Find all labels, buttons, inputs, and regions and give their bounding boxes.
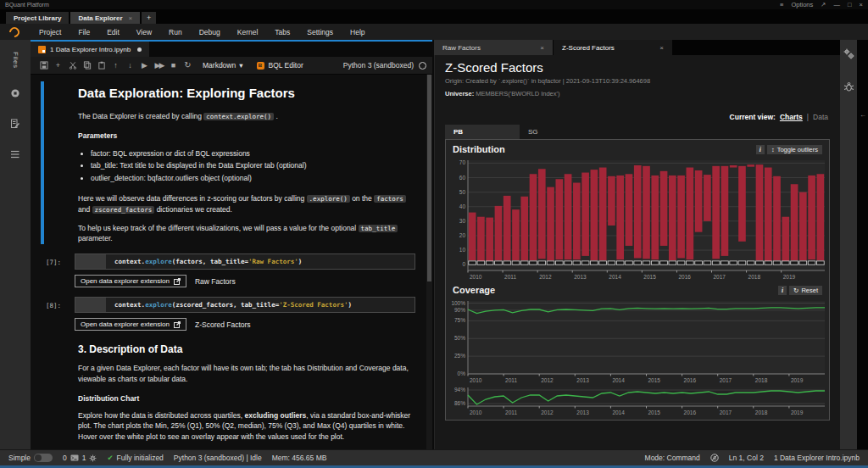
distribution-chart[interactable]: 0102030405060702010201120122013201420152… bbox=[446, 157, 829, 281]
move-cell-down-icon[interactable]: ↓ bbox=[123, 62, 137, 70]
paragraph: To help us keep track of the different v… bbox=[78, 223, 415, 245]
reset-button[interactable]: ↻Reset bbox=[789, 286, 822, 295]
code-editor[interactable]: context.explore(zscored_factors, tab_tit… bbox=[75, 297, 415, 313]
markdown-cell[interactable]: Data Exploration: Exploring Factors The … bbox=[41, 81, 415, 244]
save-icon[interactable] bbox=[36, 61, 51, 70]
svg-text:2012: 2012 bbox=[541, 410, 554, 415]
factor-tab-pb[interactable]: PB bbox=[445, 125, 520, 139]
running-sessions-icon[interactable] bbox=[10, 88, 20, 98]
tab-project-library[interactable]: Project Library bbox=[6, 12, 69, 24]
code-cell-7[interactable]: [7]: context.explore(factors, tab_title=… bbox=[41, 254, 415, 270]
menu-kernel[interactable]: Kernel bbox=[229, 28, 267, 36]
svg-text:60: 60 bbox=[459, 175, 466, 181]
bql-editor-button[interactable]: B BQL Editor bbox=[257, 61, 303, 70]
property-inspector-icon[interactable] bbox=[10, 119, 20, 129]
bql-icon: B bbox=[257, 62, 264, 70]
cut-cell-icon[interactable] bbox=[65, 61, 80, 70]
memory-usage: Mem: 456.65 MB bbox=[272, 454, 327, 462]
execution-count: [8]: bbox=[46, 302, 61, 309]
menu-project[interactable]: Project bbox=[31, 28, 70, 36]
minimize-icon[interactable]: — bbox=[834, 1, 841, 8]
bquant-logo-icon bbox=[8, 25, 22, 39]
editor-mode[interactable]: Mode: Command bbox=[645, 454, 700, 462]
list-item: outlier_detection: bqfactor.outliers obj… bbox=[91, 172, 415, 184]
markdown-cell[interactable]: 3. Description of Data For a given Data … bbox=[41, 343, 415, 443]
coverage-header: Coverage i ↻Reset bbox=[446, 281, 829, 298]
menu-debug[interactable]: Debug bbox=[191, 28, 229, 36]
cell-gutter bbox=[75, 254, 106, 269]
view-separator: | bbox=[807, 113, 809, 121]
interrupt-kernel-icon[interactable]: ■ bbox=[166, 62, 181, 70]
tab-notebook-file[interactable]: 1 Data Explorer Intro.ipynb bbox=[31, 42, 149, 57]
svg-text:2011: 2011 bbox=[505, 377, 517, 383]
info-button[interactable]: i bbox=[756, 145, 765, 154]
menu-help[interactable]: Help bbox=[342, 28, 373, 36]
init-status[interactable]: ✔ Fully initialized bbox=[107, 454, 163, 462]
status-bar: Simple 0 1 ✔ Fully initialized Python 3 … bbox=[0, 449, 868, 465]
menu-view[interactable]: View bbox=[128, 28, 160, 36]
close-tab-icon[interactable]: × bbox=[129, 14, 133, 22]
restart-kernel-icon[interactable]: ↻ bbox=[181, 61, 195, 70]
tab-raw-factors[interactable]: Raw Factors × bbox=[434, 40, 553, 55]
svg-text:2012: 2012 bbox=[541, 377, 554, 383]
cell-type-dropdown[interactable]: Markdown ▾ bbox=[203, 61, 243, 70]
coverage-chart[interactable]: 100%90%75%50%25%0%2010201120122013201420… bbox=[446, 298, 829, 384]
close-icon[interactable]: × bbox=[860, 1, 863, 8]
debugger-bug-icon[interactable] bbox=[843, 81, 854, 92]
svg-text:86%: 86% bbox=[454, 400, 465, 406]
app-tab-bar: Project Library Data Explorer × + bbox=[0, 9, 868, 24]
toggle-outliers-button[interactable]: ↕Toggle outliers bbox=[767, 145, 822, 154]
up-down-arrow-icon: ↕ bbox=[771, 146, 775, 153]
simple-mode-toggle[interactable]: Simple bbox=[8, 454, 53, 462]
terminals-count[interactable]: 0 1 bbox=[63, 454, 97, 462]
table-of-contents-icon[interactable] bbox=[10, 149, 20, 159]
sidebar-tab-files[interactable]: Files bbox=[12, 52, 19, 68]
inline-code: context.explore() bbox=[203, 113, 274, 120]
bell-off-icon[interactable] bbox=[710, 454, 719, 462]
kernel-status-item[interactable]: Python 3 (sandboxed) | Idle bbox=[174, 454, 262, 462]
code-cell-8[interactable]: [8]: context.explore(zscored_factors, ta… bbox=[41, 297, 415, 313]
notebook-scrollbar[interactable] bbox=[426, 75, 432, 449]
unsaved-indicator[interactable] bbox=[137, 47, 142, 52]
run-all-icon[interactable]: ▶▶ bbox=[152, 62, 166, 70]
menu-run[interactable]: Run bbox=[160, 28, 191, 36]
info-button[interactable]: i bbox=[778, 286, 787, 295]
view-data-link[interactable]: Data bbox=[813, 113, 828, 121]
output-label: Raw Factors bbox=[195, 277, 236, 286]
notebook-panel: 1 Data Explorer Intro.ipynb + ↑ bbox=[31, 40, 432, 449]
menu-edit[interactable]: Edit bbox=[98, 28, 128, 36]
active-file-name[interactable]: 1 Data Explorer Intro.ipynb bbox=[774, 454, 860, 462]
open-data-explorer-button[interactable]: Open data explorer extension bbox=[75, 318, 186, 331]
tab-label: Z-Scored Factors bbox=[562, 44, 615, 52]
cursor-position[interactable]: Ln 1, Col 2 bbox=[729, 454, 764, 462]
factor-tab-sg[interactable]: SG bbox=[520, 125, 594, 139]
maximize-icon[interactable]: □ bbox=[848, 1, 852, 8]
add-cell-icon[interactable]: + bbox=[51, 62, 65, 70]
tab-z-scored-factors[interactable]: Z-Scored Factors × bbox=[554, 40, 672, 55]
toggle-switch[interactable] bbox=[34, 454, 53, 462]
copy-cell-icon[interactable] bbox=[80, 61, 94, 70]
tab-data-explorer[interactable]: Data Explorer × bbox=[70, 12, 140, 24]
kernel-indicator[interactable]: Python 3 (sandboxed) bbox=[343, 61, 426, 70]
collapse-arrow-icon[interactable]: ← bbox=[860, 111, 866, 119]
close-tab-icon[interactable]: × bbox=[540, 44, 544, 52]
menu-settings[interactable]: Settings bbox=[298, 28, 342, 36]
settings-gears-icon[interactable] bbox=[843, 48, 854, 59]
add-tab-button[interactable]: + bbox=[142, 12, 156, 24]
options-button[interactable]: Options bbox=[791, 1, 813, 8]
coverage-navigator-chart[interactable]: 94%86%2010201120122013201420152016201720… bbox=[446, 384, 829, 416]
popout-icon[interactable]: ↗ bbox=[821, 1, 826, 8]
menu-tabs[interactable]: Tabs bbox=[266, 28, 298, 36]
scrollbar-thumb[interactable] bbox=[427, 75, 431, 281]
run-cell-icon[interactable]: ▶ bbox=[137, 62, 152, 70]
svg-text:2014: 2014 bbox=[612, 410, 625, 415]
view-label: Current view: bbox=[730, 113, 776, 121]
paste-cell-icon[interactable] bbox=[94, 61, 108, 70]
menu-file[interactable]: File bbox=[70, 28, 98, 36]
move-cell-up-icon[interactable]: ↑ bbox=[108, 62, 123, 70]
open-data-explorer-button[interactable]: Open data explorer extension bbox=[75, 275, 186, 287]
code-editor[interactable]: context.explore(factors, tab_title='Raw … bbox=[75, 254, 415, 270]
svg-text:2019: 2019 bbox=[783, 274, 796, 280]
view-charts-link[interactable]: Charts bbox=[780, 113, 803, 121]
close-tab-icon[interactable]: × bbox=[659, 44, 664, 52]
